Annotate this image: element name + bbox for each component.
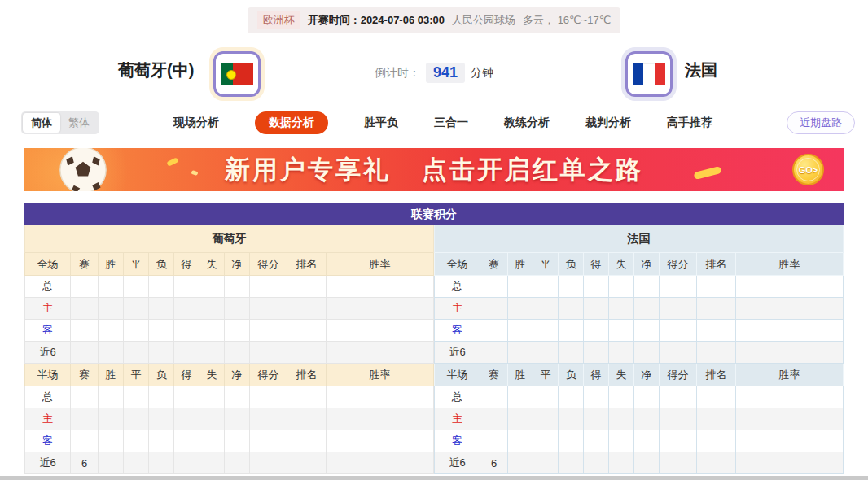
stat-cell <box>327 386 434 408</box>
stat-cell <box>174 342 199 364</box>
stat-cell <box>697 320 736 342</box>
row-label-away: 客 <box>435 430 480 452</box>
table-title: 联赛积分 <box>24 203 844 225</box>
venue-label: 人民公园球场 <box>452 13 515 28</box>
stat-cell <box>149 298 174 320</box>
row-label-total: 总 <box>25 276 71 298</box>
table-halves: 葡萄牙全场赛胜平负得失净得分排名胜率总主客近6半场赛胜平负得失净得分排名胜率总主… <box>24 225 844 474</box>
stat-cell <box>174 452 199 474</box>
stat-cell <box>634 342 660 364</box>
stat-cell <box>584 430 609 452</box>
stat-cell <box>559 452 584 474</box>
row-label-away: 客 <box>25 320 71 342</box>
column-header: 失 <box>609 253 634 276</box>
tab-3[interactable]: 三合一 <box>434 111 468 134</box>
stat-cell: 6 <box>71 452 99 474</box>
stat-cell <box>174 430 199 452</box>
lang-traditional-button[interactable]: 繁体 <box>60 113 98 133</box>
nav-bar: 简体 繁体 现场分析数据分析胜平负三合一教练分析裁判分析高手推荐 近期盘路 <box>0 108 868 137</box>
topbar-wrap: 欧洲杯 开赛时间：2024-07-06 03:00 人民公园球场 多云， 16℃… <box>0 0 868 33</box>
promo-banner[interactable]: 新用户专享礼 点击开启红单之路 GO> <box>24 148 844 191</box>
countdown-value: 941 <box>426 63 465 83</box>
stat-cell <box>174 276 199 298</box>
stat-cell <box>327 320 434 342</box>
stat-cell <box>559 386 584 408</box>
row-label-home: 主 <box>25 298 71 320</box>
stat-cell <box>174 298 199 320</box>
stat-cell <box>149 342 174 364</box>
stat-cell <box>634 452 660 474</box>
tab-4[interactable]: 教练分析 <box>504 111 550 134</box>
stat-cell <box>250 408 287 430</box>
row-label-total: 总 <box>25 386 71 408</box>
tab-6[interactable]: 高手推荐 <box>667 111 712 134</box>
row-label-recent: 近6 <box>435 342 480 364</box>
stat-cell <box>250 430 287 452</box>
stat-cell <box>533 452 559 474</box>
column-header: 赛 <box>480 364 508 386</box>
table-row: 客 <box>435 430 844 452</box>
stat-cell <box>736 386 844 408</box>
column-header: 半场 <box>25 364 71 386</box>
stat-cell <box>559 320 584 342</box>
stat-cell <box>287 452 327 474</box>
row-label-total: 总 <box>435 276 480 298</box>
stat-cell <box>559 276 584 298</box>
column-header: 排名 <box>697 253 736 276</box>
go-button-label: GO> <box>796 158 820 181</box>
stat-cell <box>250 320 287 342</box>
stat-cell <box>660 320 697 342</box>
column-header: 失 <box>199 364 225 386</box>
row-label-total: 总 <box>435 386 480 408</box>
stat-cell <box>736 276 844 298</box>
stat-cell <box>99 320 124 342</box>
row-label-away: 客 <box>435 320 480 342</box>
stat-cell <box>480 430 508 452</box>
go-button[interactable]: GO> <box>792 154 824 185</box>
recent-trend-button[interactable]: 近期盘路 <box>787 111 855 134</box>
stat-cell <box>609 298 634 320</box>
stat-cell <box>199 386 225 408</box>
stat-cell <box>609 386 634 408</box>
stat-cell <box>508 342 533 364</box>
table-row: 近66 <box>435 452 844 474</box>
tab-2[interactable]: 胜平负 <box>364 111 398 134</box>
stat-cell <box>697 342 736 364</box>
stat-cell <box>660 276 697 298</box>
stat-cell <box>71 276 99 298</box>
lang-simplified-button[interactable]: 简体 <box>23 113 60 133</box>
tab-5[interactable]: 裁判分析 <box>585 111 631 134</box>
home-team-table: 葡萄牙全场赛胜平负得失净得分排名胜率总主客近6半场赛胜平负得失净得分排名胜率总主… <box>24 225 434 474</box>
column-header: 净 <box>225 364 250 386</box>
table-row: 主 <box>435 298 844 320</box>
stat-cell <box>71 408 99 430</box>
column-header: 全场 <box>25 253 71 276</box>
team-header-away: 法国 <box>435 225 844 253</box>
column-header: 胜 <box>508 364 533 386</box>
column-header: 平 <box>124 364 149 386</box>
stat-cell <box>149 276 174 298</box>
stat-cell <box>508 452 533 474</box>
stat-cell <box>225 386 250 408</box>
stat-cell <box>124 276 149 298</box>
stat-cell <box>584 342 609 364</box>
column-header: 全场 <box>435 253 480 276</box>
stat-cell <box>149 452 174 474</box>
column-header: 排名 <box>287 253 327 276</box>
tab-1[interactable]: 数据分析 <box>255 111 328 134</box>
stat-cell <box>287 430 327 452</box>
stat-cell <box>697 276 736 298</box>
column-header: 得分 <box>250 364 287 386</box>
stat-cell <box>287 342 327 364</box>
stat-cell <box>508 276 533 298</box>
tab-0[interactable]: 现场分析 <box>173 111 219 134</box>
table-row: 总 <box>435 276 844 298</box>
stat-cell <box>533 342 559 364</box>
column-header: 胜 <box>99 364 124 386</box>
stat-cell <box>736 430 844 452</box>
stat-cell <box>199 342 225 364</box>
stat-cell <box>199 408 225 430</box>
stat-cell <box>584 452 609 474</box>
column-header: 得分 <box>660 253 697 276</box>
stat-cell <box>287 276 327 298</box>
